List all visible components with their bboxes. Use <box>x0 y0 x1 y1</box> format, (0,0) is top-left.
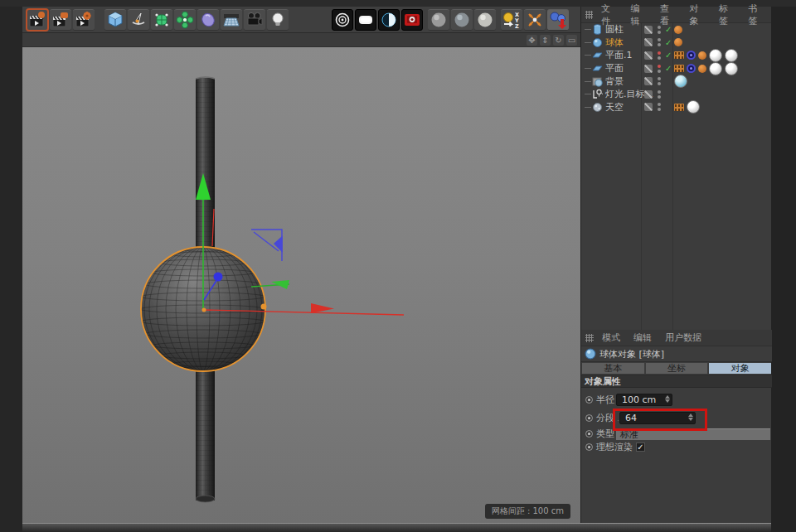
visibility-dots[interactable] <box>657 103 662 111</box>
viewport-3d[interactable]: 网格间距 : 100 cm <box>22 47 580 524</box>
layer-toggle-icon[interactable] <box>644 103 653 111</box>
ideal-render-checkbox[interactable]: ✓ <box>636 443 645 452</box>
material-button-2[interactable] <box>451 9 473 31</box>
phong-tag-icon[interactable] <box>674 38 682 46</box>
layer-toggle-icon[interactable] <box>644 26 653 34</box>
layer-toggle-icon[interactable] <box>644 38 653 46</box>
viewport-rotate-icon[interactable]: ↻ <box>553 35 564 46</box>
subdivision-surface-button[interactable] <box>151 9 172 31</box>
texture-tag-icon[interactable] <box>725 49 738 62</box>
phong-tag-icon[interactable] <box>674 26 682 34</box>
metaball-button[interactable] <box>197 9 219 31</box>
object-row-cylinder[interactable]: 圆柱 ✓ <box>581 23 771 36</box>
menu-am-edit[interactable]: 编辑 <box>627 331 658 344</box>
visibility-dots[interactable] <box>657 51 662 60</box>
object-row-background[interactable]: 背景 <box>581 75 771 88</box>
camera-icon <box>245 11 264 29</box>
object-row-sphere[interactable]: 球体 ✓ <box>581 36 771 50</box>
floor-icon <box>222 11 240 29</box>
menu-user-data[interactable]: 用户数据 <box>658 331 708 344</box>
target-tag-icon[interactable] <box>687 64 696 73</box>
radio-icon[interactable] <box>585 396 593 404</box>
move-axes-button[interactable] <box>524 9 546 31</box>
array-generator-button[interactable] <box>174 9 196 31</box>
texture-tag-icon[interactable] <box>687 100 700 114</box>
radio-icon[interactable] <box>585 443 593 451</box>
light-icon <box>269 11 287 29</box>
object-row-sky[interactable]: 天空 <box>581 101 771 114</box>
compositing-tag-icon[interactable] <box>674 104 684 111</box>
arrange-objects-button[interactable] <box>547 9 569 31</box>
panel-grip-icon[interactable] <box>585 11 593 19</box>
attribute-title: 球体对象 [球体] <box>599 348 664 360</box>
viewport-zoom-icon[interactable]: ⇕ <box>540 35 551 46</box>
tab-coordinates[interactable]: 坐标 <box>646 363 708 374</box>
visibility-dots[interactable] <box>657 65 662 73</box>
visibility-dots[interactable] <box>657 90 662 99</box>
material-sphere-icon <box>430 11 448 29</box>
half-circle-icon <box>380 11 398 29</box>
spinner-icon[interactable] <box>665 395 670 403</box>
c4d-window: X Y Z ✥ <box>0 0 796 532</box>
floor-button[interactable] <box>221 9 242 31</box>
menu-mode[interactable]: 模式 <box>595 331 627 344</box>
object-row-light-target[interactable]: 灯光.目标.1 <box>581 88 771 101</box>
radio-icon[interactable] <box>585 414 593 422</box>
material-button-1[interactable] <box>428 9 449 31</box>
origin-dot <box>202 308 206 312</box>
viewport-maximize-icon[interactable]: ▭ <box>566 35 577 46</box>
material-sphere-icon <box>476 11 494 29</box>
render-view-button[interactable] <box>27 9 48 31</box>
render-settings-button[interactable] <box>73 9 95 31</box>
phong-tag-icon[interactable] <box>698 51 706 60</box>
sphere-icon <box>585 348 596 360</box>
layer-toggle-icon[interactable] <box>644 77 653 85</box>
layer-toggle-icon[interactable] <box>644 51 653 60</box>
texture-tag-icon[interactable] <box>674 75 687 88</box>
add-primitive-button[interactable] <box>104 9 126 31</box>
cylinder-icon <box>592 24 603 35</box>
ideal-render-label: 理想渲染 <box>596 441 633 453</box>
texture-tag-icon[interactable] <box>709 49 722 62</box>
plane-wireframe-blue <box>251 230 282 261</box>
object-row-plane[interactable]: 平面 ✓ <box>581 62 771 75</box>
object-row-plane1[interactable]: 平面.1 ✓ <box>581 49 771 62</box>
shade-mode-button[interactable] <box>355 9 376 31</box>
coordinates-button[interactable]: X Y Z <box>501 9 522 31</box>
texture-tag-icon[interactable] <box>709 62 722 75</box>
half-shade-button[interactable] <box>378 9 400 31</box>
panel-grip-icon[interactable] <box>585 334 594 342</box>
metaball-icon <box>199 11 217 29</box>
layer-toggle-icon[interactable] <box>644 90 653 99</box>
render-active-button[interactable] <box>401 9 423 31</box>
phong-tag-icon[interactable] <box>698 65 706 73</box>
visibility-dots[interactable] <box>657 26 662 34</box>
object-label: 背景 <box>605 75 624 88</box>
texture-tag-icon[interactable] <box>725 62 738 75</box>
visibility-dots[interactable] <box>657 38 662 46</box>
camera-button[interactable] <box>244 9 265 31</box>
light-button[interactable] <box>267 9 289 31</box>
tab-basic[interactable]: 基本 <box>582 363 644 374</box>
viewport-pan-icon[interactable]: ✥ <box>527 35 537 46</box>
layer-toggle-icon[interactable] <box>644 65 653 73</box>
shade-rect-icon <box>357 11 375 29</box>
grid-spacing-badge: 网格间距 : 100 cm <box>485 504 570 519</box>
axis-z-handle <box>214 273 223 282</box>
background-icon <box>592 76 603 87</box>
object-label: 球体 <box>605 36 624 49</box>
tab-object[interactable]: 对象 <box>709 363 771 374</box>
object-label: 平面 <box>605 62 624 75</box>
render-region-button[interactable] <box>50 9 71 31</box>
target-mode-button[interactable] <box>332 9 353 31</box>
array-icon <box>176 11 194 29</box>
compositing-tag-icon[interactable] <box>674 51 684 59</box>
spline-pen-button[interactable] <box>128 9 149 31</box>
radius-input[interactable]: 100 cm <box>616 394 672 406</box>
target-tag-icon[interactable] <box>687 51 696 60</box>
radio-icon[interactable] <box>585 430 593 438</box>
visibility-dots[interactable] <box>657 77 662 85</box>
material-button-3[interactable] <box>474 9 496 31</box>
render-region-icon <box>51 11 70 29</box>
compositing-tag-icon[interactable] <box>674 65 684 72</box>
